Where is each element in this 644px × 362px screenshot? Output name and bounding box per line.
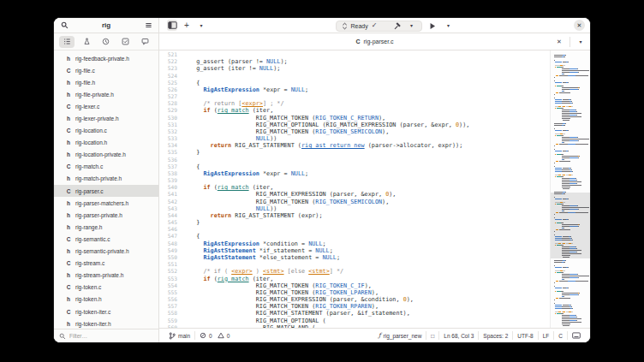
minimap-line <box>553 98 589 98</box>
chevron-down-icon: ▾ <box>447 23 450 28</box>
file-row-rig-parser-matchers.h[interactable]: hrig-parser-matchers.h <box>54 197 158 209</box>
window-close-button[interactable]: ✕ <box>574 20 585 31</box>
function-icon: ƒ <box>379 332 381 339</box>
file-row-rig-file-private.h[interactable]: hrig-file-private.h <box>54 88 158 100</box>
file-row-rig-stream.c[interactable]: Crig-stream.c <box>54 258 158 270</box>
file-row-rig-token.h[interactable]: hrig-token.h <box>54 294 158 306</box>
current-symbol[interactable]: ƒ rig_parser_new <box>374 329 426 342</box>
encoding-setting[interactable]: UTF-8 <box>513 329 537 342</box>
code-line: return RIG_AST_STATEMENT (rig_ast_return… <box>189 142 550 149</box>
minimap-line <box>553 62 589 62</box>
language-setting[interactable]: C <box>554 329 567 342</box>
line-number: 522 <box>159 58 177 65</box>
run-button[interactable] <box>427 21 438 32</box>
minimap-line <box>553 284 589 285</box>
file-type-glyph: C <box>66 104 71 110</box>
file-row-rig-match.c[interactable]: Crig-match.c <box>54 161 158 173</box>
minimap-line <box>553 188 589 189</box>
minimap-line <box>553 323 589 324</box>
minimap-line <box>553 279 589 280</box>
sidebar: hrig-feedback-private.hCrig-file.chrig-f… <box>54 33 159 342</box>
file-row-rig-token.c[interactable]: Crig-token.c <box>54 282 158 294</box>
minimap-line <box>553 187 589 187</box>
file-name: rig-location-private.h <box>75 151 126 157</box>
minimap[interactable] <box>550 50 590 328</box>
minimap-line <box>553 91 589 92</box>
file-name: rig-token.h <box>75 296 102 302</box>
file-name: rig-location.c <box>75 128 107 134</box>
build-dropdown[interactable]: ▾ <box>406 21 416 32</box>
sidebar-tab-unit-tests[interactable] <box>79 36 94 48</box>
line-number: 525 <box>159 80 177 86</box>
sidebar-tab-project-tree[interactable] <box>59 36 75 48</box>
file-row-rig-range.h[interactable]: hrig-range.h <box>54 221 158 233</box>
file-row-rig-location.h[interactable]: hrig-location.h <box>54 137 158 149</box>
filter-input[interactable] <box>69 333 146 339</box>
menu-icon[interactable] <box>143 20 153 31</box>
minimap-line <box>553 161 589 162</box>
line-number: 540 <box>159 184 177 191</box>
minimap-line <box>553 178 589 179</box>
code-line <box>189 157 550 163</box>
layout-button[interactable]: □ <box>426 329 438 342</box>
file-name: rig-semantic.c <box>75 236 110 242</box>
file-row-rig-lexer.c[interactable]: Crig-lexer.c <box>54 100 158 112</box>
file-row-rig-match-private.h[interactable]: hrig-match-private.h <box>54 173 158 185</box>
search-icon[interactable] <box>59 20 69 31</box>
minimap-line <box>553 305 589 306</box>
file-row-rig-lexer-private.h[interactable]: hrig-lexer-private.h <box>54 112 158 124</box>
file-row-rig-token-iter.h[interactable]: hrig-token-iter.h <box>54 317 158 329</box>
indentation-setting[interactable]: Spaces: 2 <box>479 329 512 342</box>
file-row-rig-file.h[interactable]: hrig-file.h <box>54 76 158 88</box>
file-row-rig-semantic-private.h[interactable]: hrig-semantic-private.h <box>54 246 158 258</box>
filter-bar <box>54 329 158 342</box>
sidebar-tab-chat[interactable] <box>138 36 153 48</box>
minimap-line <box>553 276 589 276</box>
sidebar-tab-history[interactable] <box>98 36 114 48</box>
file-row-rig-parser-private.h[interactable]: hrig-parser-private.h <box>54 209 158 221</box>
code-line: } <box>189 219 550 226</box>
file-row-rig-stream-private.h[interactable]: hrig-stream-private.h <box>54 270 158 282</box>
code-editor[interactable]: 5215225235245255265275285295305315325335… <box>159 50 590 328</box>
line-number: 529 <box>159 107 177 114</box>
cursor-position[interactable]: Ln 68, Col 3 <box>439 329 478 342</box>
line-ending-setting[interactable]: LF <box>539 329 554 342</box>
file-name: rig-token.c <box>75 284 101 290</box>
minimap-line <box>553 262 589 263</box>
tab-close-button[interactable]: ✕ <box>554 36 564 47</box>
diagnostics-indicator[interactable]: 0 0 <box>195 329 234 342</box>
minimap-line <box>553 139 589 139</box>
code-line <box>189 51 550 58</box>
file-row-rig-file.c[interactable]: Crig-file.c <box>54 64 158 76</box>
line-number: 530 <box>159 115 177 122</box>
minimap-line <box>553 67 589 68</box>
omnibar-status[interactable]: Ready ✓ ▾ <box>336 21 423 32</box>
file-row-rig-location-private.h[interactable]: hrig-location-private.h <box>54 149 158 161</box>
file-name: rig-stream.c <box>75 260 104 266</box>
file-row-rig-token-iter.c[interactable]: Crig-token-iter.c <box>54 306 158 317</box>
file-row-rig-feedback-private.h[interactable]: hrig-feedback-private.h <box>54 52 158 64</box>
code-line: RIG_MATCH_STATEMENT (parser, &if_stateme… <box>189 310 550 317</box>
file-type-glyph: C <box>66 163 71 169</box>
minimap-viewport[interactable] <box>551 193 590 258</box>
branch-indicator[interactable]: main <box>164 329 194 342</box>
file-type-glyph: h <box>66 321 71 327</box>
minimap-line <box>553 63 589 64</box>
file-row-rig-semantic.c[interactable]: Crig-semantic.c <box>54 233 158 245</box>
minimap-line <box>553 306 589 307</box>
file-row-rig-location.c[interactable]: Crig-location.c <box>54 125 158 137</box>
keyboard-button[interactable] <box>568 329 585 342</box>
new-tab-button[interactable]: + <box>182 20 192 31</box>
code-view[interactable]: g_assert (parser != NULL); g_assert (ite… <box>182 50 550 328</box>
minimap-line <box>553 82 589 83</box>
run-dropdown[interactable]: ▾ <box>443 21 453 32</box>
editor-tab[interactable]: C rig-parser.c <box>355 39 393 45</box>
sidebar-tab-todo[interactable] <box>118 36 134 48</box>
tab-list-dropdown[interactable]: ▾ <box>575 36 586 47</box>
build-button[interactable] <box>392 21 402 32</box>
minimap-line <box>553 325 589 326</box>
minimap-line <box>553 322 589 323</box>
new-tab-dropdown[interactable]: ▾ <box>196 20 206 31</box>
file-row-rig-parser.c[interactable]: Crig-parser.c <box>54 185 158 197</box>
toggle-panel-button[interactable] <box>167 20 177 31</box>
